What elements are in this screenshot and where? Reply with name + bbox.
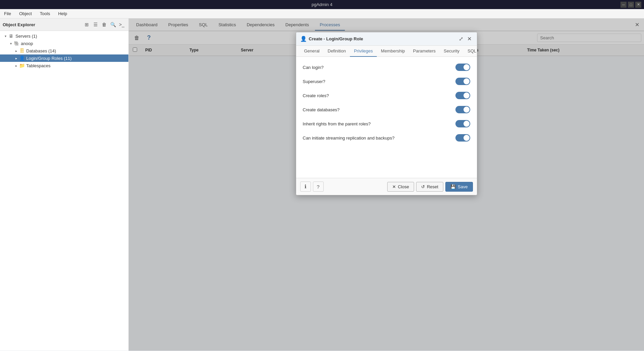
menu-tools[interactable]: Tools xyxy=(39,10,51,17)
privilege-create-roles: Create roles? xyxy=(303,92,470,99)
privilege-superuser: Superuser? xyxy=(303,78,470,85)
privilege-create-databases-label: Create databases? xyxy=(303,107,455,112)
modal-title: Create - Login/Group Role xyxy=(309,36,363,41)
modal-footer: ℹ ? ✕ Close ↺ Reset 💾 xyxy=(296,178,477,195)
server-node-icon: 🐘 xyxy=(13,40,19,46)
app-title: pgAdmin 4 xyxy=(312,2,332,7)
privilege-can-login: Can login? xyxy=(303,64,470,71)
privilege-create-roles-toggle[interactable] xyxy=(455,92,470,99)
close-x-icon: ✕ xyxy=(392,184,396,189)
servers-icon: 🖥 xyxy=(8,33,14,39)
privilege-streaming-replication-toggle[interactable] xyxy=(455,134,470,142)
sidebar-tools: ⊞ ☰ 🗑 🔍 >_ xyxy=(83,21,126,29)
save-icon: 💾 xyxy=(450,184,456,189)
privilege-can-login-toggle[interactable] xyxy=(455,64,470,71)
databases-icon: 🗄 xyxy=(19,48,25,54)
tablespaces-label: Tablespaces xyxy=(26,63,50,68)
chevron-down-icon: ▾ xyxy=(3,34,8,38)
main-layout: Object Explorer ⊞ ☰ 🗑 🔍 >_ ▾ 🖥 Servers (… xyxy=(0,18,644,351)
title-bar: pgAdmin 4 ─ □ ✕ xyxy=(0,0,644,9)
sidebar-search-button[interactable]: 🔍 xyxy=(109,21,117,29)
menu-file[interactable]: File xyxy=(3,10,12,17)
sidebar-delete-button[interactable]: 🗑 xyxy=(100,21,108,29)
close-button[interactable]: ✕ Close xyxy=(387,182,414,192)
footer-left-buttons: ℹ ? xyxy=(300,182,324,192)
footer-right-buttons: ✕ Close ↺ Reset 💾 Save xyxy=(387,182,473,192)
object-tree: ▾ 🖥 Servers (1) ▾ 🐘 anoop ▸ 🗄 Databases … xyxy=(0,31,128,351)
help-button[interactable]: ? xyxy=(313,182,324,192)
reset-icon: ↺ xyxy=(421,184,425,189)
save-button[interactable]: 💾 Save xyxy=(445,182,473,192)
modal-expand-button[interactable]: ⤢ xyxy=(457,35,465,43)
sidebar-grid-button[interactable]: ⊞ xyxy=(83,21,91,29)
modal-overlay: 👤 Create - Login/Group Role ⤢ ✕ General … xyxy=(129,18,644,351)
minimize-button[interactable]: ─ xyxy=(620,2,627,8)
sidebar-title: Object Explorer xyxy=(3,22,35,27)
modal-tab-security[interactable]: Security xyxy=(440,46,464,57)
menu-object[interactable]: Object xyxy=(18,10,33,17)
chevron-right-icon: ▸ xyxy=(13,49,19,53)
close-label: Close xyxy=(398,184,409,189)
modal-body: Can login? Superuser? xyxy=(296,57,477,178)
modal-role-icon: 👤 xyxy=(300,36,307,42)
tablespaces-icon: 📁 xyxy=(19,63,25,69)
sidebar-list-button[interactable]: ☰ xyxy=(91,21,99,29)
tree-item-servers[interactable]: ▾ 🖥 Servers (1) xyxy=(0,32,128,40)
close-window-button[interactable]: ✕ xyxy=(635,2,641,8)
menu-bar: File Object Tools Help xyxy=(0,9,644,18)
sidebar: Object Explorer ⊞ ☰ 🗑 🔍 >_ ▾ 🖥 Servers (… xyxy=(0,18,129,351)
privilege-inherit-rights: Inherit rights from the parent roles? xyxy=(303,120,470,127)
privilege-create-databases-toggle[interactable] xyxy=(455,106,470,113)
window-controls[interactable]: ─ □ ✕ xyxy=(620,2,641,8)
modal-header-buttons: ⤢ ✕ xyxy=(457,35,473,43)
sidebar-terminal-button[interactable]: >_ xyxy=(118,21,126,29)
anoop-label: anoop xyxy=(21,41,33,46)
tree-item-login-roles[interactable]: ▸ 👤 Login/Group Roles (11) xyxy=(0,54,128,62)
privilege-superuser-toggle[interactable] xyxy=(455,78,470,85)
chevron-right-icon: ▸ xyxy=(13,56,19,60)
privilege-create-databases: Create databases? xyxy=(303,106,470,113)
save-label: Save xyxy=(458,184,468,189)
menu-help[interactable]: Help xyxy=(57,10,69,17)
chevron-right-icon: ▸ xyxy=(13,64,19,68)
modal-header: 👤 Create - Login/Group Role ⤢ ✕ xyxy=(296,32,477,46)
privilege-inherit-rights-toggle[interactable] xyxy=(455,120,470,127)
tree-item-anoop[interactable]: ▾ 🐘 anoop xyxy=(0,40,128,47)
login-roles-label: Login/Group Roles (11) xyxy=(26,56,72,61)
modal-tab-privileges[interactable]: Privileges xyxy=(350,46,377,57)
chevron-down-icon: ▾ xyxy=(8,42,13,45)
modal-tabs: General Definition Privileges Membership… xyxy=(296,46,477,57)
modal-tab-parameters[interactable]: Parameters xyxy=(409,46,440,57)
tree-item-databases[interactable]: ▸ 🗄 Databases (14) xyxy=(0,47,128,54)
reset-button[interactable]: ↺ Reset xyxy=(416,182,443,192)
maximize-button[interactable]: □ xyxy=(628,2,634,8)
privilege-can-login-label: Can login? xyxy=(303,65,455,70)
modal-title-wrapper: 👤 Create - Login/Group Role xyxy=(300,36,363,42)
privilege-create-roles-label: Create roles? xyxy=(303,93,455,98)
roles-icon: 👤 xyxy=(19,55,25,61)
right-panel: Dashboard Properties SQL Statistics Depe… xyxy=(129,18,644,351)
info-button[interactable]: ℹ xyxy=(300,182,311,192)
modal-tab-definition[interactable]: Definition xyxy=(324,46,350,57)
tree-item-tablespaces[interactable]: ▸ 📁 Tablespaces xyxy=(0,62,128,69)
privilege-inherit-rights-label: Inherit rights from the parent roles? xyxy=(303,121,455,126)
servers-label: Servers (1) xyxy=(15,34,37,39)
privilege-streaming-replication-label: Can initiate streaming replication and b… xyxy=(303,135,455,141)
databases-label: Databases (14) xyxy=(26,48,56,53)
sidebar-header: Object Explorer ⊞ ☰ 🗑 🔍 >_ xyxy=(0,18,128,31)
modal-tab-general[interactable]: General xyxy=(300,46,324,57)
modal-tab-membership[interactable]: Membership xyxy=(377,46,409,57)
reset-label: Reset xyxy=(427,184,438,189)
privilege-superuser-label: Superuser? xyxy=(303,79,455,84)
create-login-role-modal: 👤 Create - Login/Group Role ⤢ ✕ General … xyxy=(296,32,477,195)
privilege-streaming-replication: Can initiate streaming replication and b… xyxy=(303,134,470,142)
modal-tab-sql[interactable]: SQL xyxy=(464,46,480,57)
modal-close-header-button[interactable]: ✕ xyxy=(466,35,473,43)
